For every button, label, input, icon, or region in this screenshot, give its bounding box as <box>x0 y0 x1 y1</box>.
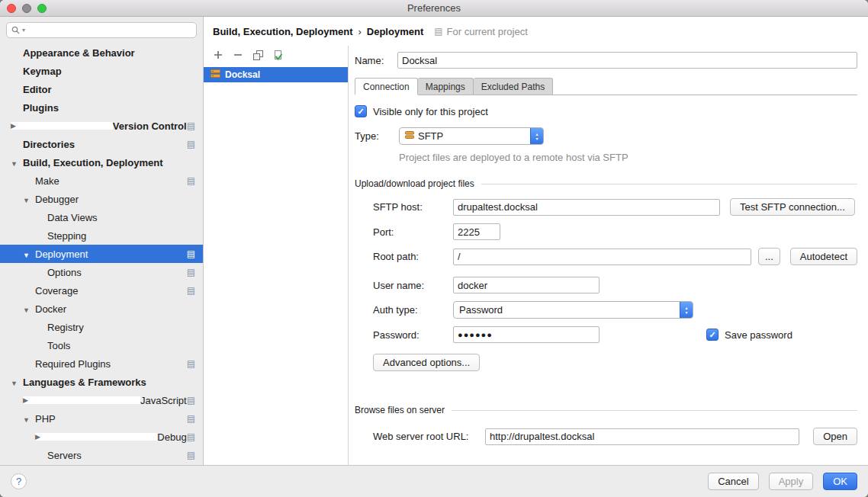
save-password-checkbox[interactable] <box>706 329 719 341</box>
current-project-icon: ▤ <box>187 451 195 460</box>
sidebar-item-stepping[interactable]: Stepping <box>0 226 203 245</box>
collapse-arrow[interactable] <box>23 303 35 315</box>
sidebar-item-php[interactable]: PHP▤ <box>0 409 203 428</box>
server-list: Docksal <box>204 67 348 82</box>
expand-arrow[interactable] <box>35 433 157 441</box>
sidebar-item-editor[interactable]: Editor <box>0 80 203 98</box>
sidebar-item-make[interactable]: Make▤ <box>0 172 203 190</box>
tab-mappings[interactable]: Mappings <box>418 78 474 95</box>
server-name: Docksal <box>225 69 260 80</box>
sidebar-item-languages-frameworks[interactable]: Languages & Frameworks <box>0 373 203 391</box>
sidebar-item-debugger[interactable]: Debugger <box>0 190 203 208</box>
sidebar-item-version-control[interactable]: Version Control▤ <box>0 117 203 135</box>
expand-arrow[interactable] <box>11 122 113 130</box>
visible-only-checkbox[interactable] <box>355 105 367 117</box>
sidebar-item-servers[interactable]: Servers▤ <box>0 446 203 464</box>
sidebar-item-appearance-behavior[interactable]: Appearance & Behavior <box>0 43 203 62</box>
add-icon[interactable] <box>213 50 223 60</box>
apply-button: Apply <box>769 473 814 490</box>
sidebar-item-label: Appearance & Behavior <box>23 47 135 59</box>
section-divider <box>481 184 857 184</box>
user-name-input[interactable] <box>453 277 600 293</box>
connection-tab-panel: Visible only for this project Type: SFTP <box>355 95 857 445</box>
current-project-icon: ▤ <box>187 121 195 130</box>
copy-icon[interactable] <box>252 50 263 60</box>
sidebar-item-tools[interactable]: Tools <box>0 336 203 354</box>
search-input[interactable] <box>27 25 191 36</box>
sidebar-item-docker[interactable]: Docker <box>0 300 203 318</box>
sidebar-item-coverage[interactable]: Coverage▤ <box>0 281 203 300</box>
current-project-icon: ▤ <box>187 396 195 405</box>
expand-arrow[interactable] <box>23 396 140 404</box>
sidebar-item-label: Options <box>47 267 82 278</box>
section-divider <box>452 410 857 411</box>
sidebar-item-keymap[interactable]: Keymap <box>0 62 203 80</box>
ok-button[interactable]: OK <box>823 473 857 490</box>
collapse-arrow[interactable] <box>23 413 35 425</box>
current-project-icon: ▤ <box>187 286 195 295</box>
sidebar-item-data-views[interactable]: Data Views <box>0 208 203 226</box>
sidebar-item-build-execution-deployment[interactable]: Build, Execution, Deployment <box>0 153 203 172</box>
sidebar-item-directories[interactable]: Directories▤ <box>0 135 203 153</box>
sidebar-item-javascript[interactable]: JavaScript▤ <box>0 391 203 409</box>
sidebar-item-required-plugins[interactable]: Required Plugins▤ <box>0 354 203 373</box>
remove-icon[interactable] <box>233 50 243 60</box>
tab-excluded-paths[interactable]: Excluded Paths <box>474 78 553 95</box>
collapse-arrow[interactable] <box>11 157 23 168</box>
sidebar-item-plugins[interactable]: Plugins <box>0 98 203 117</box>
sidebar-item-label: Keymap <box>23 66 62 77</box>
sidebar-item-label: Debug <box>157 431 186 443</box>
sidebar-item-debug[interactable]: Debug▤ <box>0 428 203 446</box>
server-list-item[interactable]: Docksal <box>204 67 348 82</box>
sftp-host-label: SFTP host: <box>373 201 453 213</box>
password-input[interactable] <box>453 326 600 343</box>
upload-section-title: Upload/download project files <box>355 178 474 189</box>
search-box[interactable]: ▾ <box>6 22 197 38</box>
web-root-input[interactable] <box>485 428 799 445</box>
root-path-input[interactable] <box>453 248 751 265</box>
auth-type-label: Auth type: <box>373 304 453 316</box>
current-project-icon: ▤ <box>187 359 195 368</box>
titlebar: Preferences <box>0 0 868 17</box>
sidebar-item-options[interactable]: Options▤ <box>0 263 203 281</box>
traffic-lights <box>7 4 47 13</box>
window-title: Preferences <box>0 2 868 14</box>
sidebar-item-label: Stepping <box>47 230 86 242</box>
current-project-icon: ▤ <box>187 414 195 423</box>
type-hint: Project files are deployed to a remote h… <box>399 152 857 163</box>
browse-section-title: Browse files on server <box>355 405 445 415</box>
sidebar-item-registry[interactable]: Registry <box>0 318 203 336</box>
breadcrumb-current[interactable]: Deployment <box>367 26 423 37</box>
open-button[interactable]: Open <box>813 428 857 445</box>
breadcrumb-parent[interactable]: Build, Execution, Deployment <box>213 26 352 37</box>
type-select[interactable]: SFTP <box>399 127 544 145</box>
tab-connection[interactable]: Connection <box>355 78 418 95</box>
deployment-tabs: Connection Mappings Excluded Paths <box>355 78 857 95</box>
collapse-arrow[interactable] <box>23 194 35 205</box>
sidebar-item-label: Coverage <box>35 285 78 297</box>
sidebar-item-label: JavaScript <box>140 395 187 406</box>
current-project-icon: ▤ <box>187 249 195 258</box>
autodetect-button[interactable]: Autodetect <box>790 248 857 265</box>
sidebar-item-deployment[interactable]: Deployment▤ <box>0 245 203 263</box>
settings-sidebar: ▾ Appearance & Behavior Keymap Editor Pl… <box>0 17 204 465</box>
collapse-arrow[interactable] <box>11 377 23 388</box>
test-sftp-connection-button[interactable]: Test SFTP connection... <box>730 198 855 216</box>
sftp-host-input[interactable] <box>453 199 720 216</box>
zoom-button[interactable] <box>37 4 47 13</box>
help-button[interactable]: ? <box>11 473 27 489</box>
browse-root-path-button[interactable]: ... <box>758 248 780 265</box>
web-root-label: Web server root URL: <box>373 431 485 442</box>
scope-indicator: ▤ For current project <box>434 26 528 37</box>
cancel-button[interactable]: Cancel <box>708 473 758 490</box>
auth-type-select[interactable]: Password <box>453 301 693 319</box>
sidebar-item-label: Registry <box>47 322 84 333</box>
use-as-default-icon[interactable] <box>272 50 283 60</box>
port-input[interactable] <box>453 223 500 240</box>
name-input[interactable] <box>397 52 857 69</box>
breadcrumb-separator: › <box>358 26 361 37</box>
close-button[interactable] <box>7 4 16 13</box>
advanced-options-button[interactable]: Advanced options... <box>373 354 480 371</box>
sidebar-item-label: Make <box>35 175 59 187</box>
collapse-arrow[interactable] <box>23 248 35 260</box>
